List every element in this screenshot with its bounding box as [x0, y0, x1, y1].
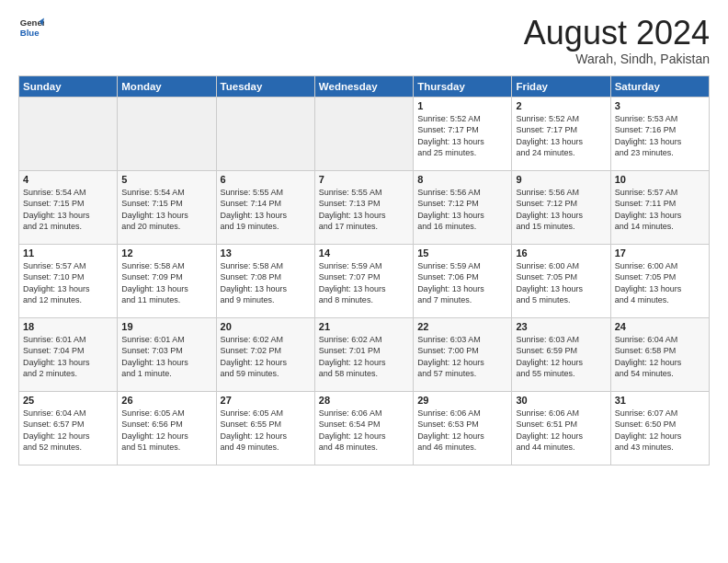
day-cell: 20Sunrise: 6:02 AM Sunset: 7:02 PM Dayli…	[216, 317, 314, 391]
day-number: 23	[516, 321, 606, 332]
day-info: Sunrise: 6:01 AM Sunset: 7:03 PM Dayligh…	[121, 334, 211, 380]
day-number: 29	[417, 395, 507, 406]
day-cell: 23Sunrise: 6:03 AM Sunset: 6:59 PM Dayli…	[512, 317, 610, 391]
day-cell: 18Sunrise: 6:01 AM Sunset: 7:04 PM Dayli…	[19, 317, 118, 391]
week-row-5: 25Sunrise: 6:04 AM Sunset: 6:57 PM Dayli…	[19, 391, 710, 465]
day-number: 19	[121, 321, 211, 332]
day-cell: 2Sunrise: 5:52 AM Sunset: 7:17 PM Daylig…	[512, 97, 610, 170]
day-info: Sunrise: 6:02 AM Sunset: 7:01 PM Dayligh…	[319, 334, 409, 380]
day-number: 1	[417, 100, 507, 111]
day-info: Sunrise: 5:55 AM Sunset: 7:14 PM Dayligh…	[221, 187, 311, 233]
day-cell: 11Sunrise: 5:57 AM Sunset: 7:10 PM Dayli…	[19, 244, 118, 317]
day-cell: 5Sunrise: 5:54 AM Sunset: 7:15 PM Daylig…	[118, 170, 216, 244]
day-info: Sunrise: 6:02 AM Sunset: 7:02 PM Dayligh…	[221, 334, 311, 380]
day-number: 2	[516, 100, 606, 111]
day-cell	[314, 97, 413, 170]
day-info: Sunrise: 6:06 AM Sunset: 6:51 PM Dayligh…	[516, 408, 606, 454]
day-cell: 12Sunrise: 5:58 AM Sunset: 7:09 PM Dayli…	[118, 244, 216, 317]
day-cell: 26Sunrise: 6:05 AM Sunset: 6:56 PM Dayli…	[118, 391, 216, 465]
day-cell	[118, 97, 216, 170]
day-info: Sunrise: 5:53 AM Sunset: 7:16 PM Dayligh…	[615, 113, 705, 159]
calendar-table: SundayMondayTuesdayWednesdayThursdayFrid…	[18, 75, 710, 465]
day-info: Sunrise: 5:56 AM Sunset: 7:12 PM Dayligh…	[417, 187, 507, 233]
day-number: 25	[23, 395, 113, 406]
day-cell: 17Sunrise: 6:00 AM Sunset: 7:05 PM Dayli…	[610, 244, 709, 317]
day-number: 24	[615, 321, 705, 332]
col-header-saturday: Saturday	[610, 75, 709, 97]
day-info: Sunrise: 6:06 AM Sunset: 6:53 PM Dayligh…	[417, 408, 507, 454]
day-number: 7	[319, 174, 409, 185]
day-number: 13	[221, 247, 311, 259]
day-cell: 16Sunrise: 6:00 AM Sunset: 7:05 PM Dayli…	[512, 244, 610, 317]
day-number: 5	[121, 174, 211, 185]
day-cell: 28Sunrise: 6:06 AM Sunset: 6:54 PM Dayli…	[314, 391, 413, 465]
day-cell: 9Sunrise: 5:56 AM Sunset: 7:12 PM Daylig…	[512, 170, 610, 244]
day-number: 16	[516, 247, 606, 259]
day-info: Sunrise: 6:00 AM Sunset: 7:05 PM Dayligh…	[516, 260, 606, 306]
week-row-4: 18Sunrise: 6:01 AM Sunset: 7:04 PM Dayli…	[19, 317, 710, 391]
day-number: 15	[417, 247, 507, 259]
day-info: Sunrise: 6:05 AM Sunset: 6:56 PM Dayligh…	[121, 408, 211, 454]
col-header-monday: Monday	[118, 75, 216, 97]
title-block: August 2024 Warah, Sindh, Pakistan	[524, 15, 710, 66]
day-number: 27	[221, 395, 311, 406]
day-info: Sunrise: 6:00 AM Sunset: 7:05 PM Dayligh…	[615, 260, 705, 306]
day-info: Sunrise: 6:04 AM Sunset: 6:58 PM Dayligh…	[615, 334, 705, 380]
day-number: 3	[615, 100, 705, 111]
day-number: 4	[23, 174, 113, 185]
day-number: 31	[615, 395, 705, 406]
day-cell: 14Sunrise: 5:59 AM Sunset: 7:07 PM Dayli…	[314, 244, 413, 317]
day-number: 9	[516, 174, 606, 185]
day-cell: 6Sunrise: 5:55 AM Sunset: 7:14 PM Daylig…	[216, 170, 314, 244]
day-number: 6	[221, 174, 311, 185]
header-row: SundayMondayTuesdayWednesdayThursdayFrid…	[19, 75, 710, 97]
day-cell: 1Sunrise: 5:52 AM Sunset: 7:17 PM Daylig…	[414, 97, 512, 170]
day-info: Sunrise: 5:57 AM Sunset: 7:11 PM Dayligh…	[615, 187, 705, 233]
day-info: Sunrise: 5:55 AM Sunset: 7:13 PM Dayligh…	[319, 187, 409, 233]
col-header-tuesday: Tuesday	[216, 75, 314, 97]
day-info: Sunrise: 5:54 AM Sunset: 7:15 PM Dayligh…	[23, 187, 113, 233]
day-number: 22	[417, 321, 507, 332]
day-info: Sunrise: 5:52 AM Sunset: 7:17 PM Dayligh…	[417, 113, 507, 159]
svg-text:Blue: Blue	[20, 28, 40, 38]
day-info: Sunrise: 6:05 AM Sunset: 6:55 PM Dayligh…	[221, 408, 311, 454]
day-number: 28	[319, 395, 409, 406]
day-number: 26	[121, 395, 211, 406]
day-info: Sunrise: 5:57 AM Sunset: 7:10 PM Dayligh…	[23, 260, 113, 306]
day-number: 18	[23, 321, 113, 332]
week-row-2: 4Sunrise: 5:54 AM Sunset: 7:15 PM Daylig…	[19, 170, 710, 244]
day-cell	[216, 97, 314, 170]
day-number: 17	[615, 247, 705, 259]
col-header-thursday: Thursday	[414, 75, 512, 97]
day-number: 12	[121, 247, 211, 259]
day-number: 10	[615, 174, 705, 185]
day-cell: 31Sunrise: 6:07 AM Sunset: 6:50 PM Dayli…	[610, 391, 709, 465]
day-info: Sunrise: 6:07 AM Sunset: 6:50 PM Dayligh…	[615, 408, 705, 454]
day-cell: 3Sunrise: 5:53 AM Sunset: 7:16 PM Daylig…	[610, 97, 709, 170]
day-info: Sunrise: 5:59 AM Sunset: 7:06 PM Dayligh…	[417, 260, 507, 306]
day-cell: 21Sunrise: 6:02 AM Sunset: 7:01 PM Dayli…	[314, 317, 413, 391]
day-cell: 7Sunrise: 5:55 AM Sunset: 7:13 PM Daylig…	[314, 170, 413, 244]
day-info: Sunrise: 6:03 AM Sunset: 6:59 PM Dayligh…	[516, 334, 606, 380]
day-cell: 10Sunrise: 5:57 AM Sunset: 7:11 PM Dayli…	[610, 170, 709, 244]
col-header-sunday: Sunday	[19, 75, 118, 97]
day-info: Sunrise: 5:56 AM Sunset: 7:12 PM Dayligh…	[516, 187, 606, 233]
logo: General Blue	[18, 15, 44, 40]
week-row-3: 11Sunrise: 5:57 AM Sunset: 7:10 PM Dayli…	[19, 244, 710, 317]
week-row-1: 1Sunrise: 5:52 AM Sunset: 7:17 PM Daylig…	[19, 97, 710, 170]
day-number: 11	[23, 247, 113, 259]
day-number: 30	[516, 395, 606, 406]
day-cell: 30Sunrise: 6:06 AM Sunset: 6:51 PM Dayli…	[512, 391, 610, 465]
day-info: Sunrise: 5:59 AM Sunset: 7:07 PM Dayligh…	[319, 260, 409, 306]
day-info: Sunrise: 5:54 AM Sunset: 7:15 PM Dayligh…	[121, 187, 211, 233]
day-number: 21	[319, 321, 409, 332]
day-cell: 22Sunrise: 6:03 AM Sunset: 7:00 PM Dayli…	[414, 317, 512, 391]
day-info: Sunrise: 5:58 AM Sunset: 7:09 PM Dayligh…	[121, 260, 211, 306]
day-info: Sunrise: 6:03 AM Sunset: 7:00 PM Dayligh…	[417, 334, 507, 380]
header: General Blue August 2024 Warah, Sindh, P…	[18, 15, 710, 66]
day-cell	[19, 97, 118, 170]
page: General Blue August 2024 Warah, Sindh, P…	[0, 0, 728, 480]
day-cell: 24Sunrise: 6:04 AM Sunset: 6:58 PM Dayli…	[610, 317, 709, 391]
day-cell: 27Sunrise: 6:05 AM Sunset: 6:55 PM Dayli…	[216, 391, 314, 465]
day-cell: 19Sunrise: 6:01 AM Sunset: 7:03 PM Dayli…	[118, 317, 216, 391]
